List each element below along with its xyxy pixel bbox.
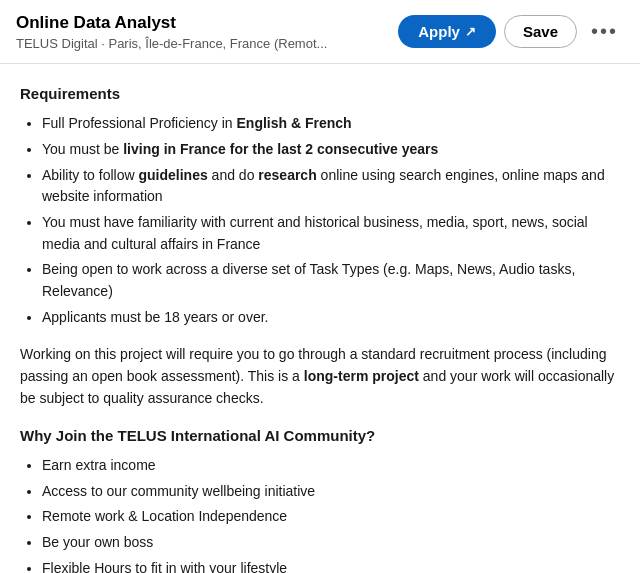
- req-1-bold: English & French: [237, 115, 352, 131]
- req-6: Applicants must be 18 years or over.: [42, 309, 268, 325]
- list-item: Flexible Hours to fit in with your lifes…: [42, 558, 620, 573]
- req-1-before: Full Professional Proficiency in: [42, 115, 237, 131]
- list-item: Applicants must be 18 years or over.: [42, 307, 620, 329]
- why-title: Why Join the TELUS International AI Comm…: [20, 424, 620, 447]
- list-item: You must be living in France for the las…: [42, 139, 620, 161]
- why-section: Why Join the TELUS International AI Comm…: [20, 424, 620, 573]
- list-item: Earn extra income: [42, 455, 620, 477]
- job-header: Online Data Analyst TELUS Digital · Pari…: [0, 0, 640, 64]
- job-meta: TELUS Digital · Paris, Île-de-France, Fr…: [16, 36, 386, 51]
- why-4: Be your own boss: [42, 534, 153, 550]
- more-icon: •••: [591, 20, 618, 42]
- list-item: Being open to work across a diverse set …: [42, 259, 620, 302]
- job-title: Online Data Analyst: [16, 12, 386, 34]
- job-content: Requirements Full Professional Proficien…: [0, 64, 640, 573]
- req-2-bold: living in France for the last 2 consecut…: [123, 141, 438, 157]
- more-options-button[interactable]: •••: [585, 16, 624, 47]
- list-item: Full Professional Proficiency in English…: [42, 113, 620, 135]
- header-actions: Apply ↗ Save •••: [398, 15, 624, 48]
- apply-label: Apply: [418, 23, 460, 40]
- req-3-mid: and do: [208, 167, 259, 183]
- list-item: You must have familiarity with current a…: [42, 212, 620, 255]
- req-3-before: Ability to follow: [42, 167, 138, 183]
- why-2: Access to our community wellbeing initia…: [42, 483, 315, 499]
- why-5: Flexible Hours to fit in with your lifes…: [42, 560, 287, 573]
- list-item: Be your own boss: [42, 532, 620, 554]
- req-5: Being open to work across a diverse set …: [42, 261, 575, 299]
- list-item: Remote work & Location Independence: [42, 506, 620, 528]
- why-1: Earn extra income: [42, 457, 156, 473]
- why-3: Remote work & Location Independence: [42, 508, 287, 524]
- requirements-title: Requirements: [20, 82, 620, 105]
- job-title-section: Online Data Analyst TELUS Digital · Pari…: [16, 12, 386, 51]
- requirements-section: Requirements Full Professional Proficien…: [20, 82, 620, 328]
- list-item: Access to our community wellbeing initia…: [42, 481, 620, 503]
- recruitment-paragraph: Working on this project will require you…: [20, 343, 620, 410]
- save-button[interactable]: Save: [504, 15, 577, 48]
- req-2-before: You must be: [42, 141, 123, 157]
- list-item: Ability to follow guidelines and do rese…: [42, 165, 620, 208]
- req-3-bold1: guidelines: [138, 167, 207, 183]
- why-list: Earn extra income Access to our communit…: [20, 455, 620, 573]
- external-link-icon: ↗: [465, 24, 476, 39]
- req-4: You must have familiarity with current a…: [42, 214, 588, 252]
- apply-button[interactable]: Apply ↗: [398, 15, 496, 48]
- requirements-list: Full Professional Proficiency in English…: [20, 113, 620, 328]
- req-3-bold2: research: [258, 167, 316, 183]
- para-bold: long-term project: [304, 368, 419, 384]
